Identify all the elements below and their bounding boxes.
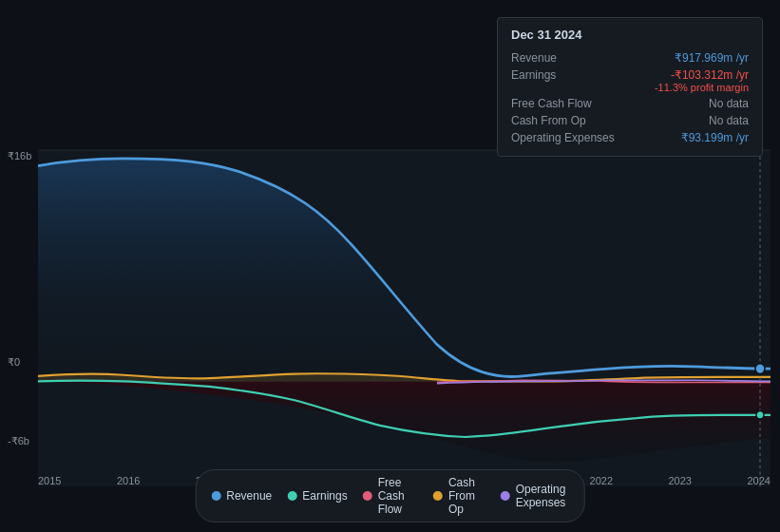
chart-svg bbox=[38, 150, 770, 486]
tooltip-title: Dec 31 2024 bbox=[511, 28, 749, 42]
legend-label-earnings: Earnings bbox=[302, 489, 347, 503]
revenue-dot-legend bbox=[211, 491, 220, 501]
tooltip-row-fcf: Free Cash Flow No data bbox=[511, 95, 749, 112]
cfo-dot-legend bbox=[433, 491, 443, 501]
legend-item-opex[interactable]: Operating Expenses bbox=[501, 483, 569, 509]
tooltip-profit-margin: -11.3% profit margin bbox=[655, 82, 749, 93]
tooltip-value-revenue: ₹917.969m /yr bbox=[675, 51, 749, 65]
x-label-2024: 2024 bbox=[747, 475, 770, 486]
tooltip-label-revenue: Revenue bbox=[511, 51, 557, 65]
tooltip-value-earnings: -₹103.312m /yr bbox=[671, 68, 749, 82]
y-label-zero: ₹0 bbox=[8, 356, 20, 369]
chart-container: Dec 31 2024 Revenue ₹917.969m /yr Earnin… bbox=[0, 0, 780, 532]
revenue-dot bbox=[755, 364, 765, 374]
legend-item-cfo[interactable]: Cash From Op bbox=[433, 476, 485, 516]
tooltip-value-opex: ₹93.199m /yr bbox=[681, 131, 749, 144]
legend-label-fcf: Free Cash Flow bbox=[378, 476, 418, 516]
tooltip-label-earnings: Earnings bbox=[511, 68, 556, 82]
tooltip-label-fcf: Free Cash Flow bbox=[511, 97, 592, 110]
legend-item-earnings[interactable]: Earnings bbox=[287, 489, 347, 503]
legend-label-revenue: Revenue bbox=[226, 489, 272, 503]
x-label-2023: 2023 bbox=[669, 475, 692, 486]
legend: Revenue Earnings Free Cash Flow Cash Fro… bbox=[195, 469, 585, 522]
fcf-dot-legend bbox=[363, 491, 372, 501]
tooltip-box: Dec 31 2024 Revenue ₹917.969m /yr Earnin… bbox=[497, 17, 763, 157]
tooltip-value-fcf: No data bbox=[709, 97, 749, 110]
x-label-2022: 2022 bbox=[590, 475, 613, 486]
tooltip-label-opex: Operating Expenses bbox=[511, 131, 615, 144]
profit-margin-row: -11.3% profit margin bbox=[511, 82, 749, 93]
tooltip-row-revenue: Revenue ₹917.969m /yr bbox=[511, 49, 749, 66]
y-label-top: ₹16b bbox=[8, 150, 31, 162]
tooltip-value-cfo: No data bbox=[709, 114, 749, 127]
legend-item-revenue[interactable]: Revenue bbox=[211, 489, 272, 503]
y-label-bottom: -₹6b bbox=[8, 435, 29, 447]
earnings-dot-legend bbox=[287, 491, 296, 501]
tooltip-label-cfo: Cash From Op bbox=[511, 114, 586, 127]
opex-dot-legend bbox=[501, 491, 510, 501]
legend-item-fcf[interactable]: Free Cash Flow bbox=[363, 476, 418, 516]
earnings-dot bbox=[756, 410, 764, 419]
chart-area bbox=[38, 150, 770, 486]
legend-label-cfo: Cash From Op bbox=[448, 476, 485, 516]
x-label-2016: 2016 bbox=[117, 475, 140, 486]
x-label-2015: 2015 bbox=[38, 475, 61, 486]
legend-label-opex: Operating Expenses bbox=[516, 483, 569, 509]
tooltip-row-cfo: Cash From Op No data bbox=[511, 112, 749, 129]
tooltip-row-opex: Operating Expenses ₹93.199m /yr bbox=[511, 129, 749, 146]
